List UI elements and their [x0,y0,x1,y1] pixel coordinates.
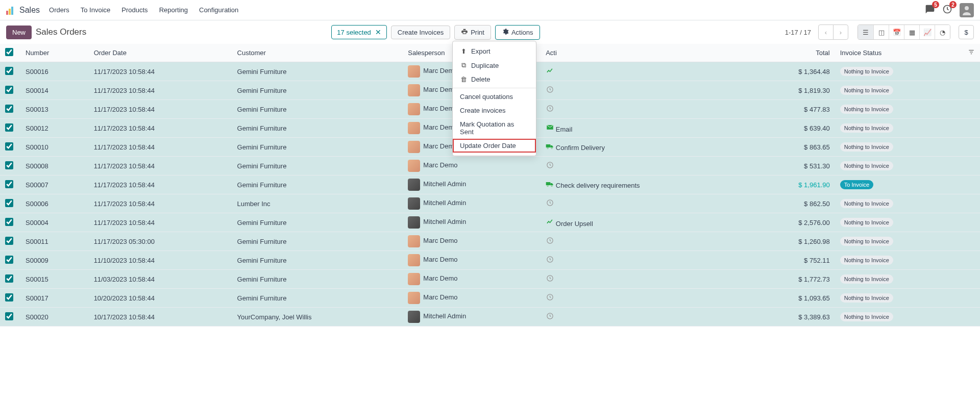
table-row[interactable]: S0001511/03/2023 10:58:44Gemini Furnitur… [0,270,980,289]
print-button[interactable]: Print [454,25,491,40]
action-update-order-date[interactable]: Update Order Date [453,139,536,153]
create-invoices-button[interactable]: Create Invoices [391,26,450,39]
cell-activity[interactable] [541,232,751,251]
cell-activity[interactable]: Confirm Delivery [541,138,751,157]
currency-button[interactable]: $ [959,25,974,39]
row-checkbox[interactable] [5,123,13,132]
cell-number: S00004 [20,213,89,232]
cell-customer: Gemini Furniture [232,175,403,194]
cell-customer: Gemini Furniture [232,289,403,308]
brand-name[interactable]: Sales [19,6,40,15]
col-total[interactable]: Total [751,44,835,62]
cell-activity[interactable]: Order Upsell [541,213,751,232]
salesperson-avatar [408,160,420,172]
table-row[interactable]: S0001111/17/2023 05:30:00Gemini Furnitur… [0,232,980,251]
top-nav: Sales Orders To Invoice Products Reporti… [0,0,980,20]
row-checkbox[interactable] [5,199,13,207]
svg-rect-2 [11,7,13,15]
row-checkbox[interactable] [5,180,13,188]
action-delete[interactable]: 🗑 Delete [453,72,536,86]
cell-activity[interactable] [541,270,751,289]
row-checkbox[interactable] [5,142,13,150]
salesperson-avatar [408,103,420,115]
table-row[interactable]: S0001710/20/2023 10:58:44Gemini Furnitur… [0,289,980,308]
clock-icon[interactable]: 2 [942,4,952,16]
activity-view-button[interactable]: ◔ [935,25,950,39]
row-checkbox[interactable] [5,293,13,302]
action-duplicate[interactable]: ⧉ Duplicate [453,58,536,72]
kanban-view-button[interactable]: ◫ [873,25,889,39]
nav-configuration[interactable]: Configuration [199,6,238,14]
table-row[interactable]: S0000611/17/2023 10:58:44Lumber IncMitch… [0,194,980,213]
actions-button[interactable]: Actions [495,25,540,40]
action-cancel-quotations[interactable]: Cancel quotations [453,90,536,104]
row-checkbox[interactable] [5,256,13,264]
table-row[interactable]: S0000411/17/2023 10:58:44Gemini Furnitur… [0,213,980,232]
cell-activity[interactable]: Check delivery requirements [541,175,751,194]
row-checkbox[interactable] [5,161,13,169]
cell-activity[interactable] [541,289,751,308]
graph-view-button[interactable]: 📈 [919,25,935,39]
row-checkbox[interactable] [5,86,13,94]
cell-total: $ 1,772.73 [751,270,835,289]
col-invoice-status[interactable]: Invoice Status [835,44,963,62]
row-checkbox[interactable] [5,274,13,283]
clear-selection-icon[interactable]: ✕ [375,28,381,36]
col-customer[interactable]: Customer [232,44,403,62]
cell-activity[interactable] [541,81,751,100]
table-row[interactable]: S0000811/17/2023 10:58:44Gemini Furnitur… [0,157,980,175]
nav-products[interactable]: Products [121,6,148,14]
table-row[interactable]: S0000711/17/2023 10:58:44Gemini Furnitur… [0,175,980,194]
calendar-view-button[interactable]: 📅 [889,25,904,39]
cell-salesperson: Mitchell Admin [403,194,541,213]
action-delete-label: Delete [471,76,491,83]
action-cancel-q-label: Cancel quotations [460,93,513,100]
nav-orders[interactable]: Orders [49,6,69,14]
pivot-view-button[interactable]: ▦ [904,25,919,39]
cell-activity[interactable] [541,157,751,175]
action-create-invoices[interactable]: Create invoices [453,104,536,117]
cell-customer: Lumber Inc [232,194,403,213]
cell-customer: Gemini Furniture [232,138,403,157]
list-view-button[interactable]: ☰ [858,25,873,39]
salesperson-avatar [408,273,420,285]
salesperson-avatar [408,235,420,247]
pager-prev-button[interactable]: ‹ [818,24,834,40]
action-duplicate-label: Duplicate [471,62,499,69]
row-checkbox[interactable] [5,105,13,113]
row-checkbox[interactable] [5,218,13,226]
row-checkbox[interactable] [5,312,13,320]
activity-icon [546,274,554,283]
activity-icon [546,199,554,207]
cell-activity[interactable] [541,194,751,213]
cell-activity[interactable] [541,100,751,119]
nav-to-invoice[interactable]: To Invoice [81,6,111,14]
cell-salesperson: Mitchell Admin [403,308,541,326]
cell-total: $ 639.40 [751,119,835,138]
invoice-badge: Nothing to Invoice [840,199,893,208]
nav-reporting[interactable]: Reporting [159,6,188,14]
col-activities[interactable]: Acti [541,44,751,62]
table-row[interactable]: S0002010/17/2023 10:58:44YourCompany, Jo… [0,308,980,326]
action-mark-sent[interactable]: Mark Quotation as Sent [453,117,536,139]
cell-activity[interactable] [541,62,751,81]
cell-date: 10/17/2023 10:58:44 [89,308,232,326]
pager-text[interactable]: 1-17 / 17 [785,29,811,36]
invoice-badge: Nothing to Invoice [840,123,893,133]
col-number[interactable]: Number [20,44,89,62]
new-button[interactable]: New [6,26,32,39]
table-row[interactable]: S0000911/10/2023 10:58:44Gemini Furnitur… [0,251,980,270]
cell-activity[interactable] [541,308,751,326]
user-avatar[interactable] [960,3,974,17]
cell-activity[interactable]: Email [541,119,751,138]
row-checkbox[interactable] [5,67,13,75]
cell-activity[interactable] [541,251,751,270]
action-export[interactable]: ⬆ Export [453,44,536,58]
cell-total: $ 477.83 [751,100,835,119]
chat-icon[interactable]: 5 [925,4,935,16]
filter-icon[interactable] [968,49,975,57]
col-order-date[interactable]: Order Date [89,44,232,62]
row-checkbox[interactable] [5,237,13,245]
pager-next-button[interactable]: › [833,24,848,40]
select-all-checkbox[interactable] [5,48,13,56]
